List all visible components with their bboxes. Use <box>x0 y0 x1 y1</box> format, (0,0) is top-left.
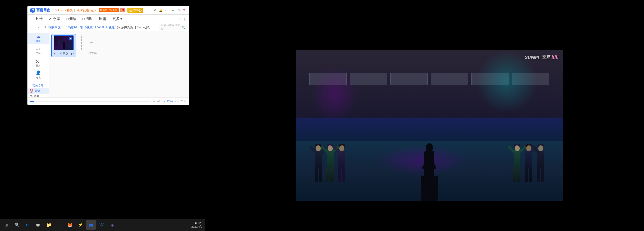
toolbar: ↑ 上 传 ↗ 分 享 □ 删除 □ 清理 乐 器 更多 ▾ ≡ ⊞ <box>28 15 189 23</box>
forward-button[interactable]: › <box>36 25 41 30</box>
taskbar-thunder-button[interactable]: ⚡ <box>75 220 85 230</box>
dancer-6-legs <box>537 168 544 182</box>
title-bar: 百 百度网盘 SVIP年卡特惠 | 限时获赠1选6 高速吃鸡投影机 🎁 会员中心… <box>28 6 189 15</box>
taskbar-app9-button[interactable]: ◈ <box>107 220 117 230</box>
nav-item-recent[interactable]: ⏰ 最近 <box>28 88 49 94</box>
window-controls: ─ □ ✕ <box>171 8 186 12</box>
more-button[interactable]: 更多 ▾ <box>111 16 124 22</box>
window-pane-6 <box>512 73 549 85</box>
clean-button[interactable]: □ 清理 <box>81 16 94 22</box>
dancer-5-leg-r <box>529 168 532 182</box>
promo-tag[interactable]: 高速吃鸡投影机 <box>99 8 119 12</box>
refresh-button[interactable]: ↻ <box>42 25 47 30</box>
promo-text[interactable]: SVIP年卡特惠 | 限时获赠1选6 <box>53 8 96 12</box>
baidu-icon: ◌ <box>58 223 61 227</box>
upload-button[interactable]: ↑ 上 传 <box>30 16 44 22</box>
window-pane-3 <box>390 73 428 85</box>
minimize-button[interactable]: ─ <box>171 8 175 12</box>
transfer-icon: ↓↑ <box>36 46 40 51</box>
sidebar-item-home[interactable]: ☁ 网盘 <box>28 33 49 44</box>
search-box[interactable]: 搜索我的网盘文件 🔍 <box>159 25 187 30</box>
upload-placeholder[interactable]: + <box>81 35 101 50</box>
path-item-kol[interactable]: 高密KOL制作视频 <box>68 25 93 30</box>
taskbar-app8-button[interactable]: W <box>96 220 106 230</box>
upload-file-item[interactable]: + 上传文件 <box>79 34 104 57</box>
taskbar-chrome-button[interactable]: ◉ <box>33 220 43 230</box>
dancer-6-leg-r <box>541 168 544 182</box>
photo-icon: 🖼 <box>36 58 40 63</box>
sidebar-item-friend[interactable]: 👤 好友 <box>28 69 49 81</box>
share-icon: ↗ <box>49 17 52 21</box>
app9-icon: ◈ <box>110 222 114 227</box>
app7-icon: ▣ <box>89 222 93 227</box>
file-name: benq小不点.mp4 <box>53 52 74 56</box>
sidebar-item-photo[interactable]: 🖼 图片 <box>28 57 49 68</box>
file-grid: ▶ benq小不点.mp4 + 上传文件 <box>51 34 186 57</box>
menu-icon[interactable]: ≡ <box>165 9 166 12</box>
sidebar-item-transfer[interactable]: ↓↑ 传输 <box>28 45 49 56</box>
delete-button[interactable]: □ 删除 <box>65 16 78 22</box>
dance-scene: SUNMI_李罗 bili <box>296 50 563 201</box>
edge-icon: e <box>26 222 29 227</box>
app-logo: 百 百度网盘 <box>30 8 50 13</box>
dancer-5-legs <box>525 168 532 182</box>
path-item-ellipsis[interactable]: ... <box>63 26 65 29</box>
share-button[interactable]: ↗ 分 享 <box>47 16 62 22</box>
dancer-1-leg-r <box>319 168 322 182</box>
search-icon: 🔍 <box>14 222 20 227</box>
dancer-3-leg-l <box>338 168 341 182</box>
back-button[interactable]: ‹ <box>30 25 35 30</box>
dancer-3-legs <box>338 168 345 182</box>
storage-bar: 347B/82G 扩 容 百云中心 <box>28 97 189 105</box>
notification-icon[interactable]: 🔔 <box>159 9 162 12</box>
taskbar-search-button[interactable]: 🔍 <box>12 220 22 230</box>
taskbar-edge-button[interactable]: e <box>22 220 32 230</box>
taskbar-app7-button[interactable]: ▣ <box>86 220 96 230</box>
taskbar-firefox-button[interactable]: 🦊 <box>65 220 75 230</box>
gift-icon: 🎁 <box>120 8 125 12</box>
storage-progress-bar <box>30 101 151 102</box>
dancer-2-leg-r <box>330 168 334 182</box>
dancer-6 <box>537 144 544 182</box>
baidu-netdisk-window: 百 百度网盘 SVIP年卡特惠 | 限时获赠1选6 高速吃鸡投影机 🎁 会员中心… <box>27 6 189 105</box>
upload-plus-icon: + <box>89 39 93 46</box>
dancer-2-body <box>327 151 334 168</box>
dancer-6-body <box>537 151 544 168</box>
dancer-4-leg-l <box>513 168 516 182</box>
expand-storage-button[interactable]: 扩 容 <box>167 99 173 103</box>
dancer-group-left <box>315 144 345 182</box>
taskbar-windows-button[interactable]: ⊞ <box>1 220 11 230</box>
path-item-e520[interactable]: E520KOL视频 <box>95 25 114 30</box>
storage-usage: 347B/82G <box>152 100 165 103</box>
search-icon[interactable]: 🔍 <box>182 26 185 29</box>
chrome-icon: ◉ <box>36 222 40 227</box>
folder-icon: 📁 <box>46 222 51 227</box>
close-button[interactable]: ✕ <box>182 8 186 12</box>
windows-icon: ⊞ <box>4 222 8 227</box>
settings-icon[interactable]: ⚙ <box>154 9 156 12</box>
dancer-1 <box>315 144 322 182</box>
list-view-icon[interactable]: ≡ <box>179 17 181 21</box>
grid-view-icon[interactable]: ⊞ <box>183 17 186 21</box>
window-pane-4 <box>431 73 468 85</box>
dancer-4-body <box>514 151 520 168</box>
dancer-2-leg-l <box>326 168 329 182</box>
dancer-5 <box>525 144 532 182</box>
taskbar-baidu-button[interactable]: ◌ <box>54 220 64 230</box>
clock-area: 16:41 2021/4/27 <box>187 219 208 231</box>
app8-icon: W <box>99 222 103 227</box>
window-pane-1 <box>309 73 347 85</box>
maximize-button[interactable]: □ <box>176 8 181 12</box>
app-name: 百度网盘 <box>36 8 50 12</box>
sync-button[interactable]: 乐 器 <box>97 16 108 22</box>
file-item-video[interactable]: ▶ benq小不点.mp4 <box>51 34 76 57</box>
recent-icon: ⏰ <box>30 89 33 93</box>
taskbar-folder-button[interactable]: 📁 <box>44 220 54 230</box>
search-placeholder: 搜索我的网盘文件 <box>161 23 182 31</box>
bilibili-logo-icon: bili <box>551 55 558 60</box>
photo-nav-icon: 🖼 <box>30 95 33 97</box>
thunder-icon: ⚡ <box>78 222 83 227</box>
membership-btn[interactable]: 会员中心 <box>127 8 143 13</box>
path-item-root[interactable]: 我的网盘 <box>48 25 61 30</box>
nav-item-photo[interactable]: 🖼 图片 <box>28 94 49 97</box>
